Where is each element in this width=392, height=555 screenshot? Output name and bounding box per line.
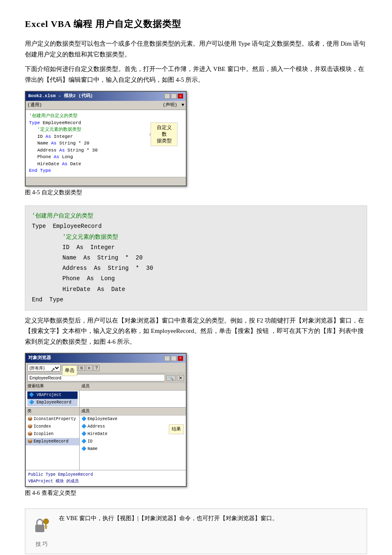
objbrowser-bottom-sub: VBAProject 模块 的成员 (28, 478, 183, 485)
objbrowser-search-row: 🔍 ✕ (26, 373, 186, 383)
annotation-click: 单击 (62, 365, 77, 376)
tip-text: 在 VBE 窗口中，执行【视图】|【对象浏览器】命令，也可打开【对象浏览器】窗口… (59, 514, 362, 523)
icon-constant: 📦 (27, 416, 32, 423)
objbrowser-right-item-0: 🔷 EmployeeSave (80, 416, 186, 423)
icon-employee: 📦 (27, 438, 32, 445)
tip-svg-icon (30, 514, 53, 537)
figure-46-caption: 图 4-6 查看定义类型 (25, 489, 76, 498)
right-item-4-text: Name (88, 446, 97, 452)
icon-hiredate: 🔷 (81, 431, 86, 438)
left-item-3-text: Icoplien (34, 431, 54, 438)
objbrowser-search-right (80, 391, 186, 407)
objbrowser-right-panel: 成员 🔷 EmployeeSave 🔷 Address 🔷 HireDate 🔷… (80, 408, 186, 470)
objbrowser-min-btn[interactable]: _ (164, 356, 170, 361)
objbrowser-title-text: 对象浏览器 (28, 355, 51, 362)
icon-name: 🔷 (81, 446, 86, 452)
objbrowser-left-header: 类 (26, 408, 79, 416)
code-comment-1: '创建用户自定义的类型 (29, 112, 183, 120)
intro-paragraph-1: 用户定义的数据类型可以包含一个或多个任意数据类型的元素。用户可以使用 Type … (25, 39, 367, 60)
figure-45-container: Book2.xlsm - 模块2 (代码) _ □ ✕ (通用) (声明) ▼ … (25, 91, 367, 200)
objbrowser-right-item-3: 🔷 ID (80, 438, 186, 445)
vbe-code-area: '创建用户自定义的类型 Type EmployeeRecord '定义元素的数据… (26, 110, 186, 177)
right-item-1-text: Address (88, 423, 105, 430)
code-hiredate: HireDate As Date (37, 161, 183, 168)
vbe-menubar: (通用) (声明) ▼ (26, 101, 186, 110)
objbrowser-left-item-2: 📦 Icondex (26, 423, 79, 430)
key-tooth-1 (45, 526, 47, 527)
key-tooth-2 (45, 528, 47, 529)
right-item-3-text: ID (88, 438, 93, 445)
vbe-window: Book2.xlsm - 模块2 (代码) _ □ ✕ (通用) (声明) ▼ … (25, 91, 187, 186)
objbrowser-left-item-4: 📦 EmployeeRecord (26, 438, 79, 445)
objbrowser-col-search: 搜索结果 (27, 383, 81, 390)
icon-id: 🔷 (81, 438, 86, 445)
icon-address: 🔷 (81, 423, 86, 430)
annotation-result: 结果 (169, 424, 184, 434)
objbrowser-search-row-emp: 🔷 EmployeeRecord (27, 399, 78, 406)
vbe-menu-declare: (声明) (163, 102, 177, 109)
objbrowser-copy-btn[interactable]: ⎘ (78, 365, 85, 371)
objbrowser-search-row-vba: 🔷 VBAProject (27, 391, 78, 399)
left-item-4-text: EmployeeRecord (34, 438, 68, 445)
objbrowser-search-btn[interactable]: 🔍 (166, 375, 175, 381)
objbrowser-search-results: 🔷 VBAProject 🔷 EmployeeRecord (26, 391, 186, 408)
objbrowser-window: 对象浏览器 _ □ ✕ (所有库) ◀ ▶ ⎘ ≡ ? 单击 ↗ (25, 353, 187, 487)
objbrowser-titlebar-btns: _ □ ✕ (164, 356, 183, 361)
objbrowser-toolbar-1: (所有库) ◀ ▶ ⎘ ≡ ? 单击 ↗ (26, 363, 186, 373)
lock-body (35, 525, 44, 532)
objbrowser-close-btn[interactable]: ✕ (178, 356, 183, 361)
objbrowser-right-item-4: 🔷 Name (80, 445, 186, 453)
code-block-line1: Type EmployeeRecord (32, 221, 360, 232)
objbrowser-search-input[interactable] (27, 374, 165, 381)
tip-icon-area: 技 巧 (30, 514, 53, 549)
objbrowser-left-item-1: 📦 IconstantProperty (26, 416, 79, 423)
code-block-line4: Address As String * 30 (49, 263, 360, 274)
body-text-2: 定义完毕数据类型后，用户可以在【对象浏览器】窗口中查看定义的类型。例如，按 F2… (25, 315, 367, 347)
right-item-0-text: EmployeeSave (88, 416, 117, 423)
code-block-line7: End Type (32, 295, 360, 305)
tip-label: 技 巧 (36, 540, 48, 549)
vbe-maximize-btn[interactable]: □ (171, 93, 177, 99)
tip-icon (30, 514, 53, 537)
code-end-type: End Type (29, 167, 183, 174)
objbrowser-left-item-3: 📦 Icoplien (26, 430, 79, 438)
code-block-comment1: '创建用户自定义的类型 (32, 211, 360, 221)
objbrowser-left-panel: 类 📦 IconstantProperty 📦 Icondex 📦 Icopli… (26, 408, 80, 470)
objbrowser-main-content: 类 📦 IconstantProperty 📦 Icondex 📦 Icopli… (26, 408, 186, 470)
objbrowser-help-btn[interactable]: ? (93, 365, 100, 371)
vbe-menu-spacer (46, 102, 158, 109)
vbe-minimize-btn[interactable]: _ (164, 93, 170, 99)
vbe-close-btn[interactable]: ✕ (178, 93, 183, 99)
objbrowser-bottom-text: Public Type EmployeeRecord (28, 472, 183, 478)
arrow-to-search: ↗ (51, 364, 55, 376)
figure-45-caption: 图 4-5 自定义数据类型 (25, 188, 82, 197)
code-block-line5: Phone As Long (49, 274, 360, 284)
objbrowser-bottom-bar: Public Type EmployeeRecord VBAProject 模块… (26, 470, 186, 486)
icon-index: 📦 (27, 423, 32, 430)
annotation-bubble-fig45: 自定义数据类型 (151, 122, 178, 146)
objbrowser-max-btn[interactable]: □ (171, 356, 177, 361)
objbrowser-library-select[interactable]: (所有库) (27, 364, 61, 372)
icon-employeesave: 🔷 (81, 416, 86, 423)
page-title: Excel VBA 编程 用户自定义数据类型 (25, 17, 367, 31)
right-item-2-text: HireDate (88, 431, 107, 438)
tip-box: 技 巧 在 VBE 窗口中，执行【视图】|【对象浏览器】命令，也可打开【对象浏览… (25, 509, 367, 554)
left-item-1-text: IconstantProperty (34, 416, 76, 423)
vbe-titlebar-text: Book2.xlsm - 模块2 (代码) (28, 93, 93, 100)
objbrowser-clear-btn[interactable]: ✕ (177, 375, 184, 381)
code-address: Address As String * 30 (37, 147, 183, 154)
code-block-comment2: '定义元素的数据类型 (49, 232, 360, 242)
objbrowser-right-header: 成员 (80, 408, 186, 416)
icon-coplien: 📦 (27, 431, 32, 438)
objbrowser-search-left: 🔷 VBAProject 🔷 EmployeeRecord (26, 391, 80, 407)
objbrowser-titlebar: 对象浏览器 _ □ ✕ (26, 354, 186, 363)
code-block: '创建用户自定义的类型 Type EmployeeRecord '定义元素的数据… (25, 205, 367, 311)
vbe-menu-arrow: ▼ (181, 102, 184, 109)
code-phone: Phone As Long (37, 154, 183, 161)
objbrowser-view-btn[interactable]: ≡ (86, 365, 93, 371)
code-block-line6: HireDate As Date (49, 284, 360, 295)
objbrowser-col-labels: 搜索结果 成员 (26, 383, 186, 391)
code-block-line3: Name As String * 20 (49, 253, 360, 263)
objbrowser-col-members: 成员 (81, 383, 184, 390)
key-stem (45, 523, 46, 529)
